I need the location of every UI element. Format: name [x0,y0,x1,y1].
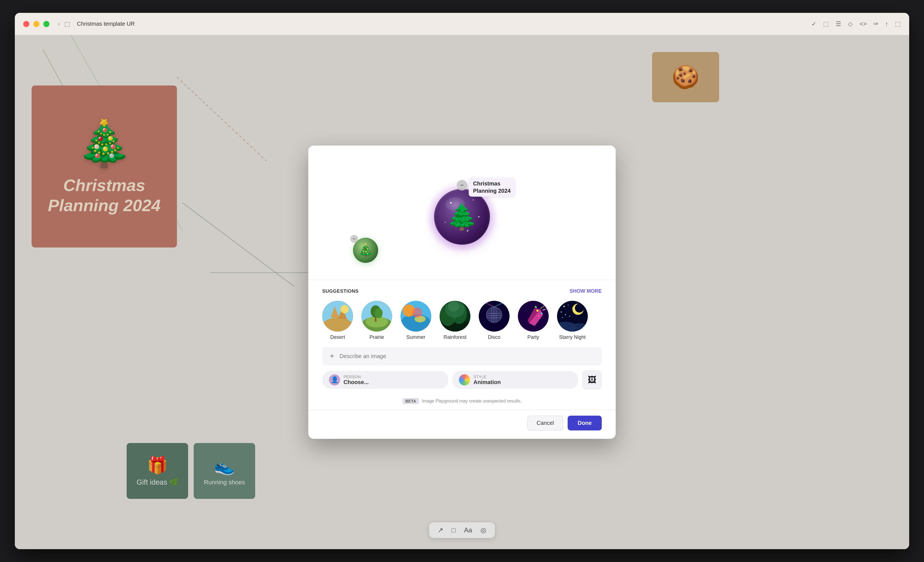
title-bar: ‹ ⬚ Christmas template UR ✓ ⬚ ☰ ◇ <> ✑ ↑… [15,13,909,35]
code-icon[interactable]: <> [860,20,867,28]
svg-point-6 [472,199,474,200]
person-value: Choose... [344,379,369,386]
style-button[interactable]: STYLE Animation [452,371,578,389]
svg-rect-37 [494,307,494,323]
suggestions-title: SUGGESTIONS [322,288,358,294]
style-btn-content: STYLE Animation [474,375,501,386]
desert-image [322,301,353,332]
beta-badge: BETA [402,398,419,404]
svg-point-14 [340,305,349,313]
describe-input[interactable] [340,353,595,359]
share-icon[interactable]: ↑ [885,20,888,28]
modal-overlay: − 🌲 ChristmasPlan [15,35,909,549]
suggestion-summer[interactable]: Summer [400,301,431,340]
prairie-label: Prairie [369,334,384,340]
small-tree-icon: 🎄 [358,243,374,257]
summer-circle [400,301,431,332]
modal-footer: Cancel Done [308,410,616,439]
orb-container: − 🌲 ChristmasPlan [409,172,515,262]
cancel-button[interactable]: Cancel [527,416,563,430]
title-bar-right: ✓ ⬚ ☰ ◇ <> ✑ ↑ ⬚ [812,20,901,28]
list-icon[interactable]: ☰ [836,20,841,28]
rainforest-label: Rainforest [444,334,466,340]
svg-point-61 [562,317,563,318]
suggestions-grid: Desert [322,301,602,340]
small-orb-minus-button[interactable]: − [350,235,358,243]
svg-point-47 [541,312,543,314]
pen-icon[interactable]: ✑ [873,20,879,28]
disco-label: Disco [488,334,500,340]
starry-night-circle [557,301,588,332]
svg-point-57 [568,305,569,306]
suggestion-desert[interactable]: Desert [322,301,353,340]
describe-row: ✦ [322,347,602,366]
canvas-area: 🎄 ChristmasPlanning 2024 🍪 🎁 Gift ideas … [15,35,909,549]
window-title: Christmas template UR [77,21,135,27]
svg-point-62 [569,315,570,317]
svg-point-55 [575,303,584,312]
done-button[interactable]: Done [568,416,602,430]
svg-point-46 [536,309,538,312]
style-value: Animation [474,379,501,386]
starry-night-label: Starry Night [559,334,585,340]
svg-point-60 [565,314,566,315]
rainforest-image [440,301,470,332]
svg-point-59 [572,308,573,308]
svg-point-48 [538,315,540,317]
svg-point-31 [448,301,459,311]
back-arrow-icon[interactable]: ‹ [58,20,60,28]
modal-input-area: ✦ 👤 PERSON Choose... [308,340,616,395]
mac-window: ‹ ⬚ Christmas template UR ✓ ⬚ ☰ ◇ <> ✑ ↑… [15,13,909,549]
summer-image [400,301,431,332]
svg-point-56 [564,306,565,307]
disco-image [479,301,510,332]
style-icon [459,374,470,386]
party-circle [518,301,549,332]
rainforest-circle [440,301,470,332]
suggestion-prairie[interactable]: Prairie [362,301,392,340]
main-orb-image: 🌲 [434,189,490,245]
modal-suggestions-section: SUGGESTIONS SHOW MORE [308,280,616,340]
svg-rect-39 [496,307,496,322]
orb-minus-button[interactable]: − [457,180,467,190]
svg-point-25 [412,308,422,318]
image-playground-modal: − 🌲 ChristmasPlan [308,145,616,439]
nav-section: ‹ ⬚ Christmas template UR [58,20,135,28]
orb-label: ChristmasPlanning 2024 [469,178,515,197]
person-button[interactable]: 👤 PERSON Choose... [322,371,448,389]
svg-point-8 [445,222,446,223]
summer-label: Summer [406,334,425,340]
diamond-icon[interactable]: ◇ [848,20,853,28]
party-image [518,301,549,332]
maximize-button[interactable] [44,21,50,27]
svg-point-20 [375,308,382,318]
checkmark-icon[interactable]: ✓ [812,20,816,28]
prairie-circle [362,301,392,332]
style-section-label: STYLE [474,375,487,379]
suggestion-party[interactable]: Party [518,301,549,340]
suggestion-rainforest[interactable]: Rainforest [440,301,470,340]
person-btn-content: PERSON Choose... [344,375,369,386]
small-orb-container: − 🎄 [353,238,378,263]
close-button[interactable] [23,21,29,27]
suggestions-header: SUGGESTIONS SHOW MORE [322,288,602,294]
camera-icon[interactable]: ⬚ [823,20,829,28]
suggestion-disco[interactable]: Disco [479,301,510,340]
beta-notice: BETA Image Playground may create unexpec… [308,395,616,410]
sparkle-icon: ✦ [329,352,335,360]
document-icon: ⬚ [64,20,70,28]
modal-preview-area: − 🌲 ChristmasPlan [308,145,616,280]
svg-point-17 [366,316,388,327]
suggestion-starry-night[interactable]: Starry Night [557,301,588,340]
sidebar-icon[interactable]: ⬚ [895,20,901,28]
show-more-button[interactable]: SHOW MORE [570,288,602,294]
minimize-button[interactable] [33,21,39,27]
svg-point-7 [478,216,480,218]
person-avatar-icon: 👤 [329,374,340,386]
photo-picker-button[interactable]: 🖼 [582,370,602,390]
svg-point-58 [561,311,562,312]
person-style-row: 👤 PERSON Choose... STYLE Animation [322,370,602,390]
photo-icon: 🖼 [588,375,596,385]
traffic-lights [23,21,50,27]
tree-in-orb-icon: 🌲 [446,202,478,232]
